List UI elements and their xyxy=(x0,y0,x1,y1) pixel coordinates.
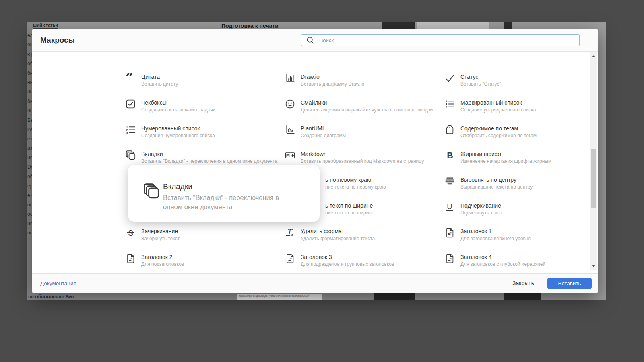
search-box[interactable] xyxy=(301,34,580,46)
strikethrough-icon: S xyxy=(125,227,136,238)
document-icon xyxy=(444,227,455,238)
scrollbar-up-arrow-icon[interactable] xyxy=(590,53,597,60)
macro-item-align-left-partial[interactable]: ь по левому краю ние текста по левому кр… xyxy=(325,177,386,190)
svg-text:”: ” xyxy=(126,73,133,84)
backdrop-light-block xyxy=(417,22,489,29)
checkbox-icon xyxy=(125,99,136,109)
preview-description: Вставить "Вкладки" - переключения в одно… xyxy=(163,193,293,212)
macro-item-heading-3[interactable]: Заголовок 3Для подразделов и групповых з… xyxy=(285,254,438,267)
backdrop-note-fragment: параметре 'Вид вывода', установленного в… xyxy=(237,294,322,300)
area-chart-icon xyxy=(285,124,295,135)
numbered-list-icon: 123 xyxy=(125,124,136,135)
tabs-icon xyxy=(142,183,160,200)
macro-item-numbered-list[interactable]: 123 Нумерованный списокСоздание нумерова… xyxy=(125,125,278,139)
macro-desc: Вставить "Статус" xyxy=(460,81,501,87)
macro-title: Вкладки xyxy=(141,151,277,158)
macro-item-strikethrough[interactable]: S ЗачеркиваниеЗачеркнуть текст xyxy=(125,228,278,242)
macro-item-bullet-list[interactable]: Маркированный списокСоздание упорядоченн… xyxy=(444,99,597,113)
macro-desc: Вставить диаграмму Draw.io xyxy=(301,81,364,87)
markdown-icon xyxy=(285,150,295,161)
macro-title: PlantUML xyxy=(301,125,346,132)
macro-desc: Для заголовка верхнего уровня xyxy=(460,236,531,242)
macro-desc: Зачеркнуть текст xyxy=(141,236,180,242)
insert-button[interactable]: Вставить xyxy=(547,278,592,289)
align-center-icon xyxy=(444,176,455,187)
underline-icon: U xyxy=(444,202,455,212)
close-button[interactable]: Закрыть xyxy=(512,274,534,293)
macro-title: Заголовок 4 xyxy=(460,254,545,261)
macro-title: Маркированный список xyxy=(460,99,536,106)
scrollbar-down-arrow-icon[interactable] xyxy=(590,263,597,269)
macro-desc: Выравнивание текста по центру xyxy=(460,184,533,190)
macro-item-quote[interactable]: ” ЦитатаВставить цитату xyxy=(125,74,278,87)
scrollbar-thumb[interactable] xyxy=(591,149,596,208)
macro-title: Подчеркивание xyxy=(460,202,502,209)
document-icon xyxy=(285,253,295,264)
macro-item-bold[interactable]: B Жирный шрифтИзменение начертания шрифт… xyxy=(444,151,597,165)
macro-title: Цитата xyxy=(141,74,178,80)
macro-item-tabs[interactable]: ВкладкиВставить "Вкладки" - переключения… xyxy=(125,151,278,165)
macro-item-heading-4[interactable]: Заголовок 4Для заголовков с глубокой иер… xyxy=(444,254,597,267)
search-icon xyxy=(306,36,315,45)
macro-title: Статус xyxy=(460,74,501,80)
macros-dialog-header: Макросы xyxy=(32,29,598,52)
macro-desc: ние текста по левому краю xyxy=(325,184,386,190)
bullet-list-icon xyxy=(444,99,455,109)
macro-item-emoji[interactable]: СмайликиДелитесь идеями и выражайте чувс… xyxy=(285,99,438,113)
backdrop-tab-fragment: ший статьи xyxy=(33,23,58,29)
macro-item-status[interactable]: СтатусВставить "Статус" xyxy=(444,74,597,87)
macro-hover-preview: Вкладки Вставить "Вкладки" - переключени… xyxy=(128,165,320,222)
bar-chart-icon xyxy=(285,73,295,84)
macro-title: ь текст по ширине xyxy=(325,202,374,209)
macro-title: Жирный шрифт xyxy=(460,151,551,158)
macro-title: Содержимое по тегам xyxy=(460,125,537,132)
macro-item-plantuml[interactable]: PlantUMLСоздание диаграмм xyxy=(285,125,438,139)
macro-item-content-by-tags[interactable]: Содержимое по тегамОтобразить содержимое… xyxy=(444,125,597,139)
macro-desc: Удалить форматирование текста xyxy=(301,236,375,242)
macro-desc: Подчеркнуть текст xyxy=(460,210,502,216)
dialog-title: Макросы xyxy=(40,29,75,51)
backdrop-page-title-fragment: Подготовка к печати xyxy=(221,23,279,29)
smiley-icon xyxy=(285,99,295,109)
macro-title: ь по левому краю xyxy=(325,177,386,183)
backdrop-dark-block xyxy=(504,22,512,29)
macro-item-heading-2[interactable]: Заголовок 2Для подзаголовков xyxy=(125,254,278,267)
macro-title: Draw.io xyxy=(301,74,364,80)
macro-item-align-center[interactable]: Выровнять по центруВыравнивание текста п… xyxy=(444,177,597,190)
svg-text:S: S xyxy=(128,229,133,237)
svg-text:3: 3 xyxy=(126,131,128,135)
clear-format-icon: T× xyxy=(285,227,295,238)
bold-icon: B xyxy=(444,150,455,161)
macro-item-justify-partial[interactable]: ь текст по ширине ние текста по ширине xyxy=(325,202,374,216)
macro-title: Смайлики xyxy=(301,99,433,106)
macro-desc: ние текста по ширине xyxy=(325,210,374,216)
scrollbar-track[interactable] xyxy=(590,52,597,270)
macro-item-clear-format[interactable]: T× Удалить форматУдалить форматирование … xyxy=(285,228,438,242)
macro-desc: Создание диаграмм xyxy=(301,133,346,139)
macro-item-heading-1[interactable]: Заголовок 1Для заголовка верхнего уровня xyxy=(444,228,597,242)
macro-title: Заголовок 1 xyxy=(460,228,531,235)
document-icon xyxy=(444,253,455,264)
macro-item-checkboxes[interactable]: ЧекбоксыСоздавайте и назначайте задачи xyxy=(125,99,278,113)
svg-text:U: U xyxy=(447,203,452,211)
macro-title: Чекбоксы xyxy=(141,99,215,106)
svg-text:×: × xyxy=(291,232,293,237)
search-input[interactable] xyxy=(318,35,574,45)
check-icon xyxy=(444,73,455,84)
macro-title: Заголовок 2 xyxy=(141,254,184,261)
macro-title: Зачеркивание xyxy=(141,228,180,235)
macro-desc: Вставить цитату xyxy=(141,81,178,87)
macro-desc: Вставить преобразованный код Markdown на… xyxy=(301,158,424,165)
dialog-footer: Документация Закрыть Вставить xyxy=(32,273,598,293)
backdrop-link-fragment: ое обновление Бит xyxy=(28,294,74,300)
macro-desc: Создание нумерованного списка xyxy=(141,133,215,139)
documentation-link[interactable]: Документация xyxy=(40,274,76,293)
macro-item-markdown[interactable]: MarkdownВставить преобразованный код Mar… xyxy=(285,151,438,165)
macro-item-underline[interactable]: U ПодчеркиваниеПодчеркнуть текст xyxy=(444,202,597,216)
macro-desc: Для подзаголовков xyxy=(141,261,184,267)
backdrop-dark-block xyxy=(504,293,541,300)
macro-item-drawio[interactable]: Draw.ioВставить диаграмму Draw.io xyxy=(285,74,438,87)
quote-icon: ” xyxy=(125,73,136,84)
macro-desc: Для заголовков с глубокой иерархией xyxy=(460,261,545,267)
macro-desc: Отобразить содержимое по тегам xyxy=(460,133,537,139)
